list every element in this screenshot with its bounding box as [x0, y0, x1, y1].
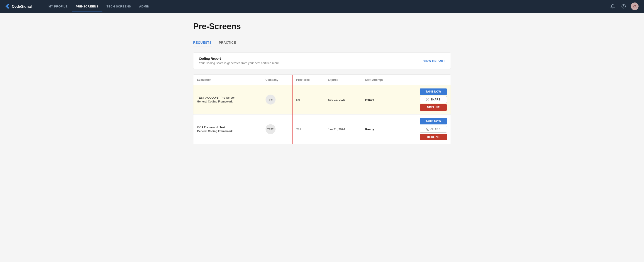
next-attempt-value-2: Ready: [365, 128, 374, 131]
eval-title-1: TEST ACCOUNT Pre-Screen: [197, 96, 258, 99]
user-avatar[interactable]: YA: [631, 2, 638, 10]
page-content: Pre-Screens REQUESTS PRACTICE Coding Rep…: [186, 13, 458, 153]
eval-subtitle-2: General Coding Framework: [197, 130, 258, 133]
take-now-button-2[interactable]: TAKE NOW: [420, 118, 447, 125]
share-button-2[interactable]: i SHARE: [420, 126, 447, 132]
take-now-button-1[interactable]: TAKE NOW: [420, 89, 447, 95]
info-icon-2: i: [426, 128, 429, 131]
eval-subtitle-1: General Coding Framework: [197, 100, 258, 103]
share-button-1[interactable]: i SHARE: [420, 96, 447, 103]
next-attempt-value-1: Ready: [365, 98, 374, 101]
td-next-attempt-1: Ready: [362, 85, 399, 115]
td-expires-2: Jan 31, 2024: [324, 115, 362, 144]
table: Evaluation Company Proctored Expires Nex…: [194, 75, 450, 144]
th-expires: Expires: [324, 75, 362, 85]
decline-button-2[interactable]: DECLINE: [420, 134, 447, 140]
table-row: GCA Framework Test General Coding Framew…: [194, 115, 450, 144]
report-banner-title: Coding Report: [199, 57, 280, 60]
company-badge-2: TEST: [266, 124, 276, 134]
td-evaluation-2: GCA Framework Test General Coding Framew…: [194, 115, 262, 144]
tab-requests[interactable]: REQUESTS: [193, 38, 212, 47]
report-banner: Coding Report Your Coding Score is gener…: [193, 52, 451, 69]
tab-practice[interactable]: PRACTICE: [219, 38, 236, 47]
td-evaluation-1: TEST ACCOUNT Pre-Screen General Coding F…: [194, 85, 262, 115]
view-report-link[interactable]: VIEW REPORT: [423, 59, 445, 62]
action-buttons-2: TAKE NOW i SHARE DECLINE: [402, 118, 447, 140]
th-evaluation: Evaluation: [194, 75, 262, 85]
eval-title-2: GCA Framework Test: [197, 126, 258, 129]
td-expires-1: Sep 12, 2023: [324, 85, 362, 115]
brand-logo[interactable]: CodeSignal: [6, 3, 37, 9]
td-actions-1: TAKE NOW i SHARE DECLINE: [399, 85, 450, 115]
th-next-attempt: Next Attempt: [362, 75, 399, 85]
evaluations-table: Evaluation Company Proctored Expires Nex…: [193, 74, 451, 144]
td-proctored-2: Yes: [292, 115, 324, 144]
th-actions: [399, 75, 450, 85]
svg-text:CodeSignal: CodeSignal: [12, 4, 32, 8]
decline-button-1[interactable]: DECLINE: [420, 104, 447, 111]
report-banner-subtitle: Your Coding Score is generated from your…: [199, 61, 280, 65]
nav-links: MY PROFILE PRE-SCREENS TECH SCREENS ADMI…: [44, 1, 609, 12]
report-banner-text: Coding Report Your Coding Score is gener…: [199, 57, 280, 65]
share-label-2: SHARE: [430, 128, 440, 131]
td-next-attempt-2: Ready: [362, 115, 399, 144]
td-proctored-1: No: [292, 85, 324, 115]
tabs: REQUESTS PRACTICE: [193, 38, 451, 47]
table-row: TEST ACCOUNT Pre-Screen General Coding F…: [194, 85, 450, 115]
td-actions-2: TAKE NOW i SHARE DECLINE: [399, 115, 450, 144]
share-label-1: SHARE: [430, 98, 440, 101]
company-badge-1: TEST: [266, 95, 276, 105]
navbar: CodeSignal MY PROFILE PRE-SCREENS TECH S…: [0, 0, 644, 13]
th-company: Company: [262, 75, 292, 85]
nav-right: YA: [609, 2, 638, 10]
action-buttons-1: TAKE NOW i SHARE DECLINE: [402, 89, 447, 111]
table-header-row: Evaluation Company Proctored Expires Nex…: [194, 75, 450, 85]
th-proctored: Proctored: [292, 75, 324, 85]
nav-my-profile[interactable]: MY PROFILE: [44, 1, 72, 12]
page-title: Pre-Screens: [193, 22, 451, 31]
nav-tech-screens[interactable]: TECH SCREENS: [102, 1, 135, 12]
info-icon-1: i: [426, 98, 429, 101]
notification-icon[interactable]: [609, 3, 616, 10]
help-icon[interactable]: [620, 3, 627, 10]
td-company-1: TEST: [262, 85, 292, 115]
nav-pre-screens[interactable]: PRE-SCREENS: [72, 1, 102, 12]
td-company-2: TEST: [262, 115, 292, 144]
nav-admin[interactable]: ADMIN: [135, 1, 154, 12]
